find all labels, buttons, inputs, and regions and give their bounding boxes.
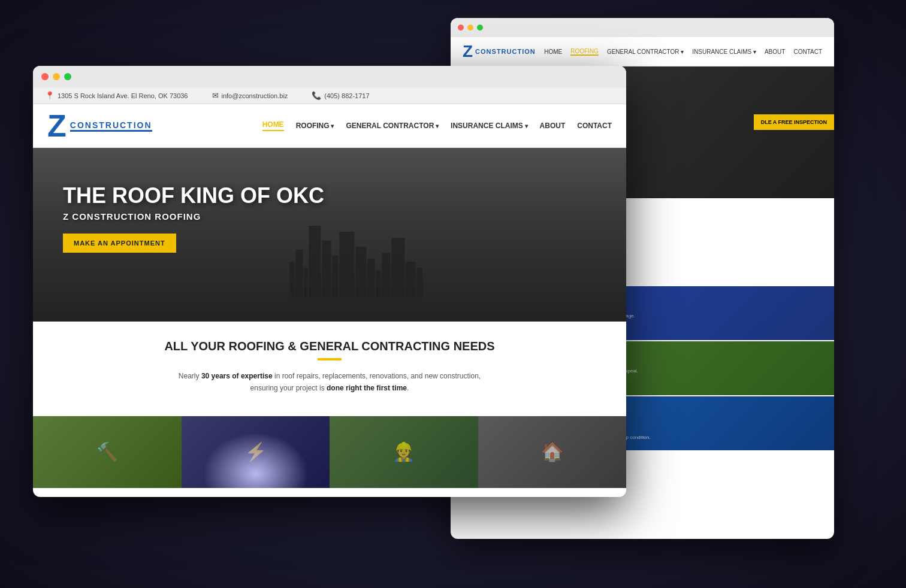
hero-section: THE ROOF KING OF OKC Z CONSTRUCTION ROOF… bbox=[33, 148, 626, 322]
yellow-divider bbox=[318, 358, 342, 360]
minimize-button-back[interactable] bbox=[467, 25, 473, 31]
nav-about[interactable]: ABOUT bbox=[540, 122, 566, 130]
back-logo-text: CONSTRUCTION bbox=[475, 48, 536, 55]
topbar-email: ✉ info@zconstruction.biz bbox=[212, 91, 288, 100]
topbar: 📍 1305 S Rock Island Ave. El Reno, OK 73… bbox=[33, 87, 626, 104]
minimize-button-front[interactable] bbox=[53, 73, 60, 80]
logo-construction-text: CONSTRUCTION bbox=[70, 120, 152, 132]
image-tile-2: ⚡ bbox=[182, 416, 330, 488]
phone-text: (405) 882-1717 bbox=[324, 92, 369, 99]
browser-window-front: 📍 1305 S Rock Island Ave. El Reno, OK 73… bbox=[33, 66, 626, 497]
logo[interactable]: Z CONSTRUCTION bbox=[47, 110, 152, 141]
back-nav-home[interactable]: HOME bbox=[544, 49, 562, 55]
hero-heading: THE ROOF KING OF OKC bbox=[63, 184, 324, 208]
back-schedule-button[interactable]: DLE A FREE INSPECTION bbox=[754, 114, 834, 130]
main-nav: Z CONSTRUCTION HOME ROOFING GENERAL CONT… bbox=[33, 104, 626, 148]
back-nav-general[interactable]: GENERAL CONTRACTOR ▾ bbox=[607, 49, 684, 55]
image-tile-1: 🔨 bbox=[33, 416, 182, 488]
email-text: info@zconstruction.biz bbox=[222, 92, 288, 99]
back-nav-links: HOME ROOFING GENERAL CONTRACTOR ▾ INSURA… bbox=[544, 48, 822, 56]
back-nav-roofing[interactable]: ROOFING bbox=[570, 48, 599, 56]
house-icon: 🏠 bbox=[478, 416, 627, 488]
nav-insurance-claims[interactable]: INSURANCE CLAIMS bbox=[451, 122, 527, 130]
section-description: Nearly 30 years of expertise in roof rep… bbox=[174, 370, 485, 395]
main-nav-links: HOME ROOFING GENERAL CONTRACTOR INSURANC… bbox=[262, 120, 612, 131]
back-nav: Z CONSTRUCTION HOME ROOFING GENERAL CONT… bbox=[451, 37, 834, 66]
logo-z: Z bbox=[47, 110, 67, 141]
back-logo-z: Z bbox=[463, 43, 473, 60]
content-section: ALL YOUR ROOFING & GENERAL CONTRACTING N… bbox=[33, 322, 626, 407]
back-logo: Z CONSTRUCTION bbox=[463, 43, 536, 60]
hero-text: THE ROOF KING OF OKC Z CONSTRUCTION ROOF… bbox=[63, 184, 324, 253]
lightning-icon: ⚡ bbox=[182, 416, 330, 488]
hero-subtitle: Z CONSTRUCTION ROOFING bbox=[63, 211, 324, 222]
hero-cta-button[interactable]: MAKE AN APPOINTMENT bbox=[63, 234, 176, 253]
titlebar-back bbox=[451, 18, 834, 37]
maximize-button-back[interactable] bbox=[477, 25, 483, 31]
email-icon: ✉ bbox=[212, 91, 219, 100]
topbar-phone: 📞 (405) 882-1717 bbox=[312, 91, 369, 100]
topbar-address: 📍 1305 S Rock Island Ave. El Reno, OK 73… bbox=[45, 91, 188, 100]
close-button-back[interactable] bbox=[458, 25, 464, 31]
nav-roofing[interactable]: ROOFING bbox=[296, 122, 334, 130]
address-text: 1305 S Rock Island Ave. El Reno, OK 7303… bbox=[58, 92, 188, 99]
section-heading: ALL YOUR ROOFING & GENERAL CONTRACTING N… bbox=[57, 340, 602, 353]
titlebar-front bbox=[33, 66, 626, 87]
image-tile-4: 🏠 bbox=[478, 416, 627, 488]
close-button-front[interactable] bbox=[41, 73, 49, 80]
nav-home[interactable]: HOME bbox=[262, 120, 284, 131]
back-nav-contact[interactable]: CONTACT bbox=[793, 49, 822, 55]
nav-contact[interactable]: CONTACT bbox=[577, 122, 612, 130]
bold-done: done right the first time bbox=[327, 384, 407, 392]
maximize-button-front[interactable] bbox=[64, 73, 71, 80]
bold-years: 30 years of expertise bbox=[201, 372, 273, 380]
phone-icon: 📞 bbox=[312, 91, 321, 100]
location-icon: 📍 bbox=[45, 91, 55, 100]
nav-general-contractor[interactable]: GENERAL CONTRACTOR bbox=[346, 122, 439, 130]
back-nav-insurance[interactable]: INSURANCE CLAIMS ▾ bbox=[692, 49, 756, 55]
back-nav-about[interactable]: ABOUT bbox=[765, 49, 785, 55]
image-tile-3: 👷 bbox=[330, 416, 478, 488]
workers-icon: 👷 bbox=[330, 416, 478, 488]
worker-icon: 🔨 bbox=[33, 416, 182, 488]
image-grid: 🔨 ⚡ 👷 🏠 bbox=[33, 416, 626, 488]
